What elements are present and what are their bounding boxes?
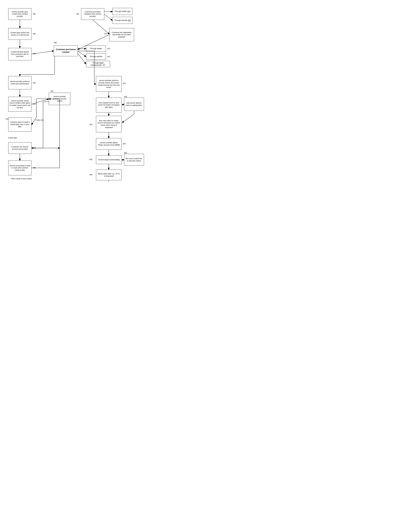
label-402: 402 [33,13,36,15]
label-438: 438 [89,174,92,176]
box-410: Customer purchases hardware from service… [81,8,104,20]
box-415a: Through website 415 [113,17,132,24]
label-if-store-later: If store later [8,137,17,139]
box-432: Box uses token to create secure connecti… [96,116,122,132]
label-415b: 415 [107,56,110,58]
box-404: Content gets stored onto servers in H.26… [8,28,31,40]
label-412: 412 [104,33,107,35]
box-418: Key created & sent to web server for fur… [96,98,122,113]
label-406: 406 [33,53,36,55]
label-435: 435 [124,152,127,154]
label-432: 432 [89,123,92,125]
label-428: 428 [33,147,36,149]
box-406: Content Ad gets placed onto commerce sit… [8,48,31,60]
svg-line-9 [93,20,109,34]
box-402: service provider gets content from conte… [8,8,31,20]
box-428: Customer can choose account and location [8,142,31,154]
box-413a: Through retailer 413 [113,8,132,15]
box-417: Through digital hardware/vault -417 [86,61,110,67]
box-408: Customer purchases content [54,46,78,56]
box-435: Box uses content key to decode content [124,154,144,166]
label-if-play-now: If play now [36,119,44,121]
label-410: 410 [76,13,79,15]
label-404: 404 [33,33,36,35]
flowchart-diagram: service provider gets content from conte… [3,3,146,179]
label-420: 420 [33,82,36,84]
box-415b: Through website [86,53,106,60]
label-430: 430 [33,167,36,169]
box-416: service provider performs security check… [96,76,122,92]
box-422: service provider sends Cert to confirm o… [8,97,31,112]
box-438: Movie starts after e.g., 20 % of downloa… [96,170,122,180]
box-419: web server delivers token to gateway/box [124,98,144,111]
box-436: Content begins downloading [96,155,122,164]
svg-line-8 [104,14,112,20]
label-408: 408 [54,42,57,44]
box-413b: Through retailer [86,46,106,52]
box-426: Customer goes to vault to decide play no… [8,117,31,132]
box-434: service provider places "Wrap" around mo… [96,138,122,150]
label-424: 424 [50,90,54,92]
box-424: service provider performs security check… [49,93,70,105]
label-434: 434 [123,143,126,145]
svg-line-5 [78,51,86,57]
svg-line-6 [78,53,86,64]
label-422: 422 [33,103,36,105]
box-430: Record of purchase is kept in vault unti… [8,160,31,175]
box-412: Customer box registration and profile se… [109,28,134,41]
label-419: 419 [124,96,127,98]
box-420: service provider performs credit card au… [8,76,31,89]
label-416: 416 [123,82,126,84]
label-when-ready: When ready to view content [11,178,32,180]
label-436: 436 [89,159,92,160]
label-413b: 413 [107,48,110,50]
label-426: 426 [6,118,9,120]
